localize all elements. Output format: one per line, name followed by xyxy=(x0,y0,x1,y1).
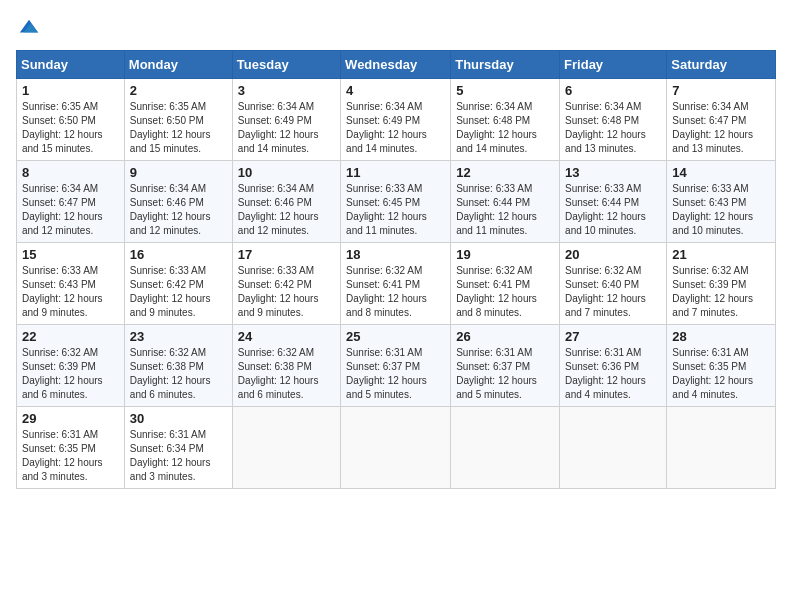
calendar-cell: 5 Sunrise: 6:34 AM Sunset: 6:48 PM Dayli… xyxy=(451,79,560,161)
day-info: Sunrise: 6:31 AM Sunset: 6:35 PM Dayligh… xyxy=(672,346,770,402)
day-number: 29 xyxy=(22,411,119,426)
day-info: Sunrise: 6:34 AM Sunset: 6:47 PM Dayligh… xyxy=(672,100,770,156)
day-number: 8 xyxy=(22,165,119,180)
day-info: Sunrise: 6:32 AM Sunset: 6:38 PM Dayligh… xyxy=(130,346,227,402)
day-number: 26 xyxy=(456,329,554,344)
day-number: 3 xyxy=(238,83,335,98)
day-number: 15 xyxy=(22,247,119,262)
calendar-cell: 12 Sunrise: 6:33 AM Sunset: 6:44 PM Dayl… xyxy=(451,161,560,243)
day-info: Sunrise: 6:34 AM Sunset: 6:47 PM Dayligh… xyxy=(22,182,119,238)
day-info: Sunrise: 6:32 AM Sunset: 6:39 PM Dayligh… xyxy=(672,264,770,320)
day-info: Sunrise: 6:34 AM Sunset: 6:49 PM Dayligh… xyxy=(346,100,445,156)
calendar-week-4: 22 Sunrise: 6:32 AM Sunset: 6:39 PM Dayl… xyxy=(17,325,776,407)
calendar-cell: 24 Sunrise: 6:32 AM Sunset: 6:38 PM Dayl… xyxy=(232,325,340,407)
day-info: Sunrise: 6:31 AM Sunset: 6:37 PM Dayligh… xyxy=(346,346,445,402)
calendar-cell: 10 Sunrise: 6:34 AM Sunset: 6:46 PM Dayl… xyxy=(232,161,340,243)
day-info: Sunrise: 6:33 AM Sunset: 6:44 PM Dayligh… xyxy=(456,182,554,238)
day-number: 1 xyxy=(22,83,119,98)
day-number: 28 xyxy=(672,329,770,344)
day-number: 17 xyxy=(238,247,335,262)
header-day-thursday: Thursday xyxy=(451,51,560,79)
day-info: Sunrise: 6:34 AM Sunset: 6:49 PM Dayligh… xyxy=(238,100,335,156)
day-number: 27 xyxy=(565,329,661,344)
day-info: Sunrise: 6:35 AM Sunset: 6:50 PM Dayligh… xyxy=(22,100,119,156)
calendar-cell xyxy=(560,407,667,489)
day-info: Sunrise: 6:34 AM Sunset: 6:46 PM Dayligh… xyxy=(130,182,227,238)
day-number: 4 xyxy=(346,83,445,98)
calendar-cell xyxy=(232,407,340,489)
calendar-cell: 22 Sunrise: 6:32 AM Sunset: 6:39 PM Dayl… xyxy=(17,325,125,407)
day-info: Sunrise: 6:31 AM Sunset: 6:34 PM Dayligh… xyxy=(130,428,227,484)
day-info: Sunrise: 6:32 AM Sunset: 6:40 PM Dayligh… xyxy=(565,264,661,320)
day-number: 20 xyxy=(565,247,661,262)
calendar-cell xyxy=(341,407,451,489)
calendar-cell: 21 Sunrise: 6:32 AM Sunset: 6:39 PM Dayl… xyxy=(667,243,776,325)
calendar-cell: 30 Sunrise: 6:31 AM Sunset: 6:34 PM Dayl… xyxy=(124,407,232,489)
day-number: 18 xyxy=(346,247,445,262)
calendar-cell: 20 Sunrise: 6:32 AM Sunset: 6:40 PM Dayl… xyxy=(560,243,667,325)
header-day-saturday: Saturday xyxy=(667,51,776,79)
calendar-cell: 3 Sunrise: 6:34 AM Sunset: 6:49 PM Dayli… xyxy=(232,79,340,161)
calendar-cell: 4 Sunrise: 6:34 AM Sunset: 6:49 PM Dayli… xyxy=(341,79,451,161)
header-row: SundayMondayTuesdayWednesdayThursdayFrid… xyxy=(17,51,776,79)
day-info: Sunrise: 6:33 AM Sunset: 6:42 PM Dayligh… xyxy=(238,264,335,320)
calendar-cell: 7 Sunrise: 6:34 AM Sunset: 6:47 PM Dayli… xyxy=(667,79,776,161)
day-info: Sunrise: 6:31 AM Sunset: 6:36 PM Dayligh… xyxy=(565,346,661,402)
calendar-week-3: 15 Sunrise: 6:33 AM Sunset: 6:43 PM Dayl… xyxy=(17,243,776,325)
day-info: Sunrise: 6:32 AM Sunset: 6:41 PM Dayligh… xyxy=(456,264,554,320)
calendar-cell xyxy=(451,407,560,489)
calendar-cell: 14 Sunrise: 6:33 AM Sunset: 6:43 PM Dayl… xyxy=(667,161,776,243)
day-number: 16 xyxy=(130,247,227,262)
day-info: Sunrise: 6:33 AM Sunset: 6:43 PM Dayligh… xyxy=(22,264,119,320)
day-info: Sunrise: 6:32 AM Sunset: 6:39 PM Dayligh… xyxy=(22,346,119,402)
day-number: 30 xyxy=(130,411,227,426)
day-number: 21 xyxy=(672,247,770,262)
calendar-cell: 6 Sunrise: 6:34 AM Sunset: 6:48 PM Dayli… xyxy=(560,79,667,161)
calendar-header: SundayMondayTuesdayWednesdayThursdayFrid… xyxy=(17,51,776,79)
header-day-wednesday: Wednesday xyxy=(341,51,451,79)
day-info: Sunrise: 6:34 AM Sunset: 6:48 PM Dayligh… xyxy=(456,100,554,156)
calendar-cell: 26 Sunrise: 6:31 AM Sunset: 6:37 PM Dayl… xyxy=(451,325,560,407)
calendar-cell: 25 Sunrise: 6:31 AM Sunset: 6:37 PM Dayl… xyxy=(341,325,451,407)
day-info: Sunrise: 6:33 AM Sunset: 6:42 PM Dayligh… xyxy=(130,264,227,320)
calendar-cell: 1 Sunrise: 6:35 AM Sunset: 6:50 PM Dayli… xyxy=(17,79,125,161)
day-number: 13 xyxy=(565,165,661,180)
calendar-cell: 23 Sunrise: 6:32 AM Sunset: 6:38 PM Dayl… xyxy=(124,325,232,407)
day-info: Sunrise: 6:33 AM Sunset: 6:43 PM Dayligh… xyxy=(672,182,770,238)
day-number: 2 xyxy=(130,83,227,98)
calendar-cell: 2 Sunrise: 6:35 AM Sunset: 6:50 PM Dayli… xyxy=(124,79,232,161)
calendar-cell: 15 Sunrise: 6:33 AM Sunset: 6:43 PM Dayl… xyxy=(17,243,125,325)
day-info: Sunrise: 6:34 AM Sunset: 6:48 PM Dayligh… xyxy=(565,100,661,156)
calendar-cell: 18 Sunrise: 6:32 AM Sunset: 6:41 PM Dayl… xyxy=(341,243,451,325)
header-day-sunday: Sunday xyxy=(17,51,125,79)
day-info: Sunrise: 6:32 AM Sunset: 6:41 PM Dayligh… xyxy=(346,264,445,320)
calendar-cell: 11 Sunrise: 6:33 AM Sunset: 6:45 PM Dayl… xyxy=(341,161,451,243)
day-info: Sunrise: 6:33 AM Sunset: 6:45 PM Dayligh… xyxy=(346,182,445,238)
calendar-week-1: 1 Sunrise: 6:35 AM Sunset: 6:50 PM Dayli… xyxy=(17,79,776,161)
day-number: 23 xyxy=(130,329,227,344)
day-info: Sunrise: 6:35 AM Sunset: 6:50 PM Dayligh… xyxy=(130,100,227,156)
day-number: 11 xyxy=(346,165,445,180)
day-number: 7 xyxy=(672,83,770,98)
day-number: 24 xyxy=(238,329,335,344)
calendar-cell: 9 Sunrise: 6:34 AM Sunset: 6:46 PM Dayli… xyxy=(124,161,232,243)
day-info: Sunrise: 6:31 AM Sunset: 6:35 PM Dayligh… xyxy=(22,428,119,484)
calendar-week-2: 8 Sunrise: 6:34 AM Sunset: 6:47 PM Dayli… xyxy=(17,161,776,243)
day-info: Sunrise: 6:34 AM Sunset: 6:46 PM Dayligh… xyxy=(238,182,335,238)
header-day-friday: Friday xyxy=(560,51,667,79)
day-number: 12 xyxy=(456,165,554,180)
calendar-cell xyxy=(667,407,776,489)
logo xyxy=(16,16,40,38)
calendar-cell: 17 Sunrise: 6:33 AM Sunset: 6:42 PM Dayl… xyxy=(232,243,340,325)
day-number: 19 xyxy=(456,247,554,262)
page-header xyxy=(16,16,776,38)
calendar-cell: 27 Sunrise: 6:31 AM Sunset: 6:36 PM Dayl… xyxy=(560,325,667,407)
calendar-cell: 19 Sunrise: 6:32 AM Sunset: 6:41 PM Dayl… xyxy=(451,243,560,325)
calendar-cell: 13 Sunrise: 6:33 AM Sunset: 6:44 PM Dayl… xyxy=(560,161,667,243)
calendar-cell: 28 Sunrise: 6:31 AM Sunset: 6:35 PM Dayl… xyxy=(667,325,776,407)
calendar-cell: 16 Sunrise: 6:33 AM Sunset: 6:42 PM Dayl… xyxy=(124,243,232,325)
header-day-monday: Monday xyxy=(124,51,232,79)
day-number: 25 xyxy=(346,329,445,344)
day-number: 9 xyxy=(130,165,227,180)
calendar-table: SundayMondayTuesdayWednesdayThursdayFrid… xyxy=(16,50,776,489)
